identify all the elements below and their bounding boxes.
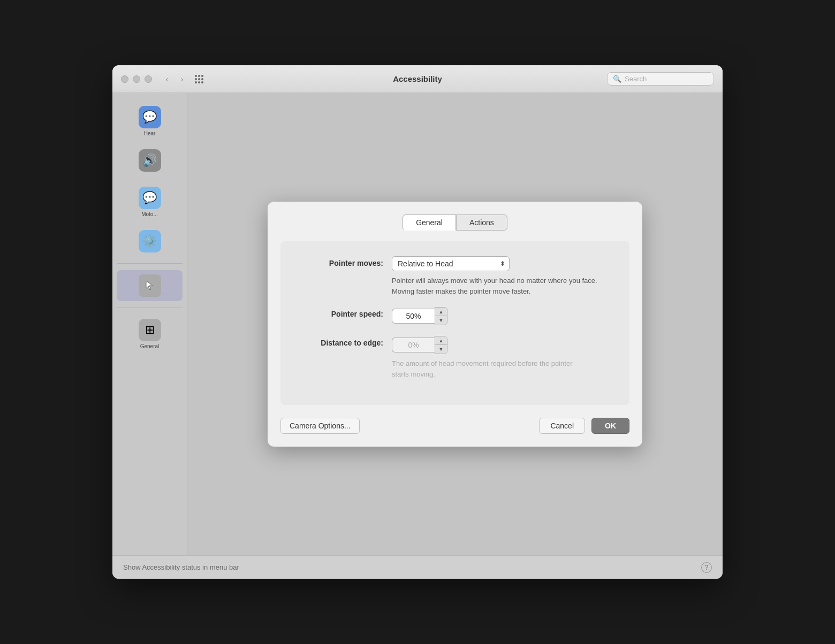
speech-icon: 🔊	[139, 149, 161, 172]
modal-tabs: General Actions	[280, 214, 629, 231]
sidebar-item-motor[interactable]: 💬 Moto...	[117, 182, 183, 221]
sidebar-item-speech[interactable]: 🔊	[117, 145, 183, 178]
nav-buttons: ‹ ›	[161, 73, 188, 86]
window-content: 💬 Hear 🔊 💬 Moto... ⚙️	[112, 93, 723, 555]
sidebar-item-switch[interactable]: ⚙️	[117, 226, 183, 257]
grid-icon	[195, 75, 203, 83]
sidebar-divider	[117, 263, 183, 264]
status-bar-text: Show Accessibility status in menu bar	[123, 563, 239, 571]
pointer-moves-select[interactable]: Relative to Head Absolute to Head	[392, 256, 510, 271]
modal-overlay: General Actions Pointer moves: Relative …	[187, 93, 723, 555]
switch-icon: ⚙️	[139, 230, 161, 252]
distance-description: The amount of head movement required bef…	[392, 358, 612, 379]
search-icon: 🔍	[613, 75, 621, 83]
distance-edge-row: Distance to edge: ▲ ▼ The amount of he	[298, 336, 612, 379]
pointer-moves-select-container: Relative to Head Absolute to Head	[392, 256, 510, 271]
sidebar-item-hear[interactable]: 💬 Hear	[117, 102, 183, 141]
distance-edge-input[interactable]	[392, 338, 435, 352]
distance-edge-label: Distance to edge:	[298, 336, 383, 347]
tab-general[interactable]: General	[403, 214, 456, 231]
tab-actions[interactable]: Actions	[456, 214, 507, 231]
distance-edge-control: ▲ ▼ The amount of head movement required…	[392, 336, 612, 379]
search-placeholder: Search	[625, 75, 647, 83]
pointer-speed-label: Pointer speed:	[298, 307, 383, 318]
window-title: Accessibility	[393, 74, 442, 83]
maximize-button[interactable]	[145, 75, 152, 83]
sidebar-label-general: General	[140, 343, 160, 349]
sidebar-divider-2	[117, 308, 183, 308]
pointer-moves-row: Pointer moves: Relative to Head Absolute…	[298, 256, 612, 296]
footer-right: Cancel OK	[539, 418, 629, 434]
pointer-speed-input[interactable]	[392, 309, 435, 324]
titlebar: ‹ › Accessibility 🔍 Search	[112, 65, 723, 93]
close-button[interactable]	[121, 75, 128, 83]
hear-icon: 💬	[139, 106, 161, 128]
pointer-icon	[139, 274, 161, 297]
cancel-button[interactable]: Cancel	[539, 418, 585, 434]
modal-footer: Camera Options... Cancel OK	[280, 418, 629, 434]
pointer-speed-row: Pointer speed: ▲ ▼	[298, 307, 612, 325]
bottom-bar: Show Accessibility status in menu bar ?	[112, 555, 723, 579]
main-area: General Actions Pointer moves: Relative …	[187, 93, 723, 555]
sidebar-label-hear: Hear	[144, 131, 156, 136]
sidebar: 💬 Hear 🔊 💬 Moto... ⚙️	[112, 93, 187, 555]
minimize-button[interactable]	[133, 75, 140, 83]
pointer-speed-spinner: ▲ ▼	[392, 307, 612, 325]
forward-button[interactable]: ›	[176, 73, 188, 86]
pointer-moves-control: Relative to Head Absolute to Head Pointe…	[392, 256, 612, 296]
distance-edge-down[interactable]: ▼	[435, 345, 447, 354]
pointer-speed-up[interactable]: ▲	[435, 308, 447, 316]
modal-dialog: General Actions Pointer moves: Relative …	[268, 202, 642, 447]
mac-window: ‹ › Accessibility 🔍 Search 💬 Hear 🔊	[112, 65, 723, 579]
window-controls	[121, 75, 152, 83]
pointer-moves-description: Pointer will always move with your head …	[392, 275, 612, 296]
modal-body: Pointer moves: Relative to Head Absolute…	[280, 241, 629, 405]
sidebar-item-general[interactable]: ⊞ General	[117, 315, 183, 354]
pointer-speed-buttons: ▲ ▼	[435, 307, 447, 325]
ok-button[interactable]: OK	[591, 418, 629, 434]
distance-edge-up[interactable]: ▲	[435, 336, 447, 345]
camera-options-button[interactable]: Camera Options...	[280, 418, 360, 434]
general-icon: ⊞	[139, 319, 161, 341]
sidebar-item-pointer[interactable]	[117, 270, 183, 301]
search-box[interactable]: 🔍 Search	[607, 72, 714, 86]
back-button[interactable]: ‹	[161, 73, 173, 86]
motor-icon: 💬	[139, 187, 161, 209]
grid-view-button[interactable]	[193, 73, 206, 86]
distance-edge-buttons: ▲ ▼	[435, 336, 447, 354]
distance-edge-spinner: ▲ ▼	[392, 336, 612, 354]
pointer-speed-control: ▲ ▼	[392, 307, 612, 325]
sidebar-label-motor: Moto...	[141, 211, 158, 217]
help-button[interactable]: ?	[701, 562, 712, 573]
pointer-moves-label: Pointer moves:	[298, 256, 383, 267]
pointer-speed-down[interactable]: ▼	[435, 316, 447, 325]
